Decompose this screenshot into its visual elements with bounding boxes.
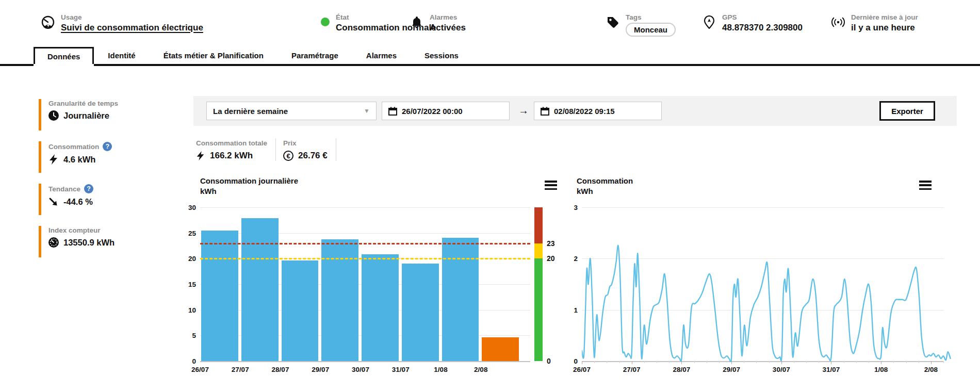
last-update-value: il y a une heure [851,23,918,33]
kpi-consumption: Consommation ? 4.6 kWh [39,141,188,173]
bar [282,260,319,361]
kpi-consumption-label: Consommation [48,143,99,151]
x-axis-label: 29/07 [723,366,740,373]
gauge-icon [41,15,55,29]
tags-block: Tags Monceau [606,13,676,37]
bar [241,218,279,361]
threshold-line [200,258,530,259]
meter-icon [48,237,59,248]
tab-etats-metier-planification[interactable]: États métier & Planification [150,47,277,64]
bolt-icon [48,154,59,165]
kpi-granularity-label: Granularité de temps [48,100,118,107]
x-axis-label: 28/07 [673,366,690,373]
calendar-icon [541,107,549,116]
x-axis-label: 31/07 [823,366,840,373]
trend-down-icon [48,197,59,207]
bar [402,264,439,361]
totals-row: Consommation totale 166.2 kWh Prix € 26.… [196,138,336,161]
kpi-trend: Tendance ? -44.6 % [39,184,188,215]
status-dot-icon [321,18,330,26]
x-axis-label: 31/07 [392,366,410,373]
bolt-icon [196,151,205,160]
total-price-value: 26.76 € [298,151,328,161]
chevron-down-icon: ▼ [364,107,370,115]
threshold-scale-zone [534,243,543,259]
tab-donnees[interactable]: Données [34,47,94,64]
bar [442,238,479,361]
daily-consumption-chart-panel: Consommation journalière kWh 05101520253… [196,175,563,384]
export-button[interactable]: Exporter [879,101,935,121]
gridline [200,361,530,362]
total-consumption: Consommation totale 166.2 kWh [196,138,276,161]
period-select[interactable]: La dernière semaine ▼ [206,102,377,120]
threshold-line [200,243,530,244]
period-select-value: La dernière semaine [213,107,288,116]
threshold-scale-label: 0 [547,357,551,365]
consumption-curve-panel: Consommation kWh 012326/0727/0728/0729/0… [573,175,954,384]
total-consumption-label: Consommation totale [196,139,267,147]
y-axis-label: 1 [562,306,578,314]
tab-alarmes[interactable]: Alarmes [352,47,411,64]
consumption-line [582,206,952,362]
kpi-consumption-value: 4.6 kWh [63,155,95,165]
tab-parametrage[interactable]: Paramétrage [277,47,352,64]
x-axis-label: 2/08 [924,366,938,373]
y-axis-label: 25 [178,229,196,237]
help-icon[interactable]: ? [103,142,112,151]
y-axis-label: 10 [178,306,196,314]
tab-identite[interactable]: Identité [94,47,149,64]
usage-label: Usage [61,13,203,21]
bar-chart-plot: 05101520253026/0727/0728/0729/0730/0731/… [196,175,563,384]
kpi-trend-label: Tendance [48,185,80,193]
x-axis-label: 26/07 [573,366,591,373]
threshold-scale-zone [534,207,543,243]
help-icon[interactable]: ? [84,184,93,193]
last-update-block: Dernière mise à jour il y a une heure [831,13,918,33]
calendar-icon [388,107,397,116]
y-axis-label: 30 [178,204,196,211]
bar [201,231,238,361]
antenna-icon [831,15,845,29]
euro-icon: € [283,151,293,161]
date-to-input[interactable]: 02/08/2022 09:15 [534,102,662,120]
alarms-label: Alarmes [430,13,466,21]
kpi-meter-index-label: Index compteur [48,226,101,234]
threshold-scale-label: 23 [547,239,555,248]
bell-icon [410,15,423,29]
filter-bar: La dernière semaine ▼ 26/07/2022 00:00 →… [193,96,957,126]
total-price-label: Prix [283,139,297,147]
usage-block: Usage Suivi de consommation électrique [41,13,203,33]
kpi-meter-index-value: 13550.9 kWh [63,238,115,248]
date-from-input[interactable]: 26/07/2022 00:00 [382,102,510,120]
tab-sessions[interactable]: Sessions [411,47,472,64]
map-pin-icon [703,15,716,29]
clock-icon [48,110,59,121]
x-axis-label: 27/07 [623,366,641,373]
x-axis-label: 30/07 [352,366,369,373]
total-price: Prix € 26.76 € [276,138,336,161]
gridline [200,207,530,208]
date-from-value: 26/07/2022 00:00 [402,107,463,116]
x-axis-label: 28/07 [272,366,289,373]
gps-label: GPS [722,13,803,21]
x-axis-label: 30/07 [773,366,790,373]
x-axis-label: 2/08 [474,366,487,373]
device-dashboard-page: Usage Suivi de consommation électrique É… [0,0,980,392]
kpi-sidebar: Granularité de temps Journalière Consomm… [39,99,188,257]
y-axis-label: 20 [178,255,196,263]
y-axis-label: 3 [562,204,578,211]
line-chart-plot: 012326/0727/0728/0729/0730/0731/071/082/… [573,175,954,384]
kpi-granularity: Granularité de temps Journalière [39,99,188,130]
kpi-trend-value: -44.6 % [63,197,93,207]
threshold-scale-zone [534,258,543,361]
total-consumption-value: 166.2 kWh [210,151,253,161]
x-axis-label: 1/08 [434,366,447,373]
x-axis-label: 29/07 [312,366,329,373]
tags-label: Tags [626,13,676,21]
alarms-value: Activées [430,23,466,33]
usage-value-link[interactable]: Suivi de consommation électrique [61,23,203,33]
tag-icon [606,15,619,29]
y-axis-label: 2 [562,255,578,263]
bar [362,254,399,361]
y-axis-label: 0 [562,357,578,365]
